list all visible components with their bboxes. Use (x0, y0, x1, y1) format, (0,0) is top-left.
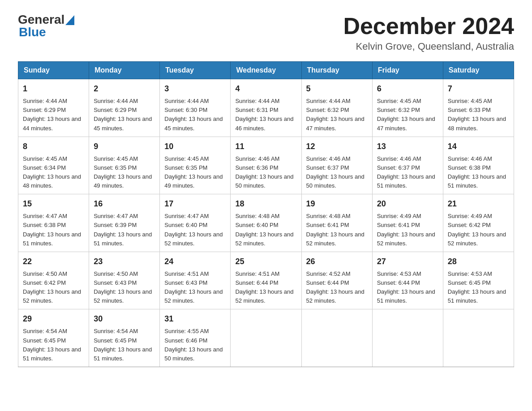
calendar-cell: 2Sunrise: 4:44 AMSunset: 6:29 PMDaylight… (89, 79, 160, 137)
day-number: 18 (235, 198, 296, 210)
day-number: 20 (377, 198, 438, 210)
calendar-cell: 27Sunrise: 4:53 AMSunset: 6:44 PMDayligh… (372, 252, 443, 309)
day-number: 9 (94, 141, 155, 153)
calendar-cell: 25Sunrise: 4:51 AMSunset: 6:44 PMDayligh… (231, 252, 301, 309)
calendar-cell: 24Sunrise: 4:51 AMSunset: 6:43 PMDayligh… (160, 252, 231, 309)
calendar-week-row: 22Sunrise: 4:50 AMSunset: 6:42 PMDayligh… (18, 252, 514, 309)
calendar-week-row: 29Sunrise: 4:54 AMSunset: 6:45 PMDayligh… (18, 309, 514, 367)
calendar-cell: 23Sunrise: 4:50 AMSunset: 6:43 PMDayligh… (89, 252, 160, 309)
day-number: 17 (164, 198, 226, 210)
day-info: Sunrise: 4:45 AMSunset: 6:32 PMDaylight:… (377, 98, 435, 131)
calendar-week-row: 8Sunrise: 4:45 AMSunset: 6:34 PMDaylight… (18, 137, 514, 194)
calendar-cell: 9Sunrise: 4:45 AMSunset: 6:35 PMDaylight… (89, 137, 160, 194)
day-number: 21 (448, 198, 509, 210)
calendar-cell (231, 309, 301, 367)
day-info: Sunrise: 4:46 AMSunset: 6:37 PMDaylight:… (306, 155, 365, 189)
calendar-cell (443, 309, 514, 367)
calendar-cell (372, 309, 443, 367)
day-info: Sunrise: 4:50 AMSunset: 6:42 PMDaylight:… (23, 270, 81, 304)
calendar-cell: 11Sunrise: 4:46 AMSunset: 6:36 PMDayligh… (231, 137, 301, 194)
day-number: 3 (164, 83, 226, 95)
day-number: 28 (448, 256, 509, 268)
col-header-friday: Friday (372, 62, 443, 79)
page-header: General Blue December 2024 Kelvin Grove,… (18, 13, 514, 52)
day-info: Sunrise: 4:48 AMSunset: 6:40 PMDaylight:… (235, 213, 293, 246)
logo-triangle-icon (65, 15, 74, 25)
calendar-cell: 22Sunrise: 4:50 AMSunset: 6:42 PMDayligh… (18, 252, 89, 309)
day-number: 14 (448, 141, 509, 153)
day-number: 2 (94, 83, 155, 95)
location-subtitle: Kelvin Grove, Queensland, Australia (343, 41, 514, 52)
day-number: 24 (164, 256, 226, 268)
month-title: December 2024 (343, 13, 514, 39)
calendar-table: SundayMondayTuesdayWednesdayThursdayFrid… (18, 61, 514, 367)
calendar-cell: 18Sunrise: 4:48 AMSunset: 6:40 PMDayligh… (231, 194, 301, 252)
day-info: Sunrise: 4:52 AMSunset: 6:44 PMDaylight:… (306, 270, 365, 304)
day-number: 5 (306, 83, 368, 95)
day-info: Sunrise: 4:55 AMSunset: 6:46 PMDaylight:… (164, 328, 223, 361)
day-number: 29 (23, 313, 84, 325)
day-number: 16 (94, 198, 155, 210)
col-header-tuesday: Tuesday (160, 62, 231, 79)
calendar-cell: 28Sunrise: 4:53 AMSunset: 6:45 PMDayligh… (443, 252, 514, 309)
logo: General Blue (18, 13, 74, 39)
calendar-cell: 15Sunrise: 4:47 AMSunset: 6:38 PMDayligh… (18, 194, 89, 252)
calendar-cell: 14Sunrise: 4:46 AMSunset: 6:38 PMDayligh… (443, 137, 514, 194)
day-info: Sunrise: 4:44 AMSunset: 6:29 PMDaylight:… (23, 98, 81, 131)
day-number: 11 (235, 141, 296, 153)
calendar-cell: 17Sunrise: 4:47 AMSunset: 6:40 PMDayligh… (160, 194, 231, 252)
col-header-saturday: Saturday (443, 62, 514, 79)
day-number: 31 (164, 313, 226, 325)
day-info: Sunrise: 4:49 AMSunset: 6:42 PMDaylight:… (448, 213, 506, 246)
calendar-cell: 31Sunrise: 4:55 AMSunset: 6:46 PMDayligh… (160, 309, 231, 367)
calendar-cell: 5Sunrise: 4:44 AMSunset: 6:32 PMDaylight… (301, 79, 372, 137)
day-info: Sunrise: 4:50 AMSunset: 6:43 PMDaylight:… (94, 270, 152, 304)
day-info: Sunrise: 4:46 AMSunset: 6:36 PMDaylight:… (235, 155, 293, 189)
day-number: 23 (94, 256, 155, 268)
day-number: 25 (235, 256, 296, 268)
day-info: Sunrise: 4:53 AMSunset: 6:44 PMDaylight:… (377, 270, 435, 304)
logo-blue-text: Blue (19, 26, 74, 39)
logo-general-text: General (18, 13, 64, 26)
calendar-cell: 10Sunrise: 4:45 AMSunset: 6:35 PMDayligh… (160, 137, 231, 194)
day-info: Sunrise: 4:48 AMSunset: 6:41 PMDaylight:… (306, 213, 365, 246)
calendar-cell: 30Sunrise: 4:54 AMSunset: 6:45 PMDayligh… (89, 309, 160, 367)
day-info: Sunrise: 4:54 AMSunset: 6:45 PMDaylight:… (94, 328, 152, 361)
calendar-cell: 1Sunrise: 4:44 AMSunset: 6:29 PMDaylight… (18, 79, 89, 137)
title-area: December 2024 Kelvin Grove, Queensland, … (343, 13, 514, 52)
day-info: Sunrise: 4:54 AMSunset: 6:45 PMDaylight:… (23, 328, 81, 361)
col-header-sunday: Sunday (18, 62, 89, 79)
calendar-cell: 26Sunrise: 4:52 AMSunset: 6:44 PMDayligh… (301, 252, 372, 309)
day-info: Sunrise: 4:44 AMSunset: 6:30 PMDaylight:… (164, 98, 223, 131)
col-header-monday: Monday (89, 62, 160, 79)
day-info: Sunrise: 4:44 AMSunset: 6:29 PMDaylight:… (94, 98, 152, 131)
calendar-cell: 3Sunrise: 4:44 AMSunset: 6:30 PMDaylight… (160, 79, 231, 137)
day-info: Sunrise: 4:45 AMSunset: 6:34 PMDaylight:… (23, 155, 81, 189)
day-info: Sunrise: 4:49 AMSunset: 6:41 PMDaylight:… (377, 213, 435, 246)
calendar-cell: 29Sunrise: 4:54 AMSunset: 6:45 PMDayligh… (18, 309, 89, 367)
calendar-cell: 21Sunrise: 4:49 AMSunset: 6:42 PMDayligh… (443, 194, 514, 252)
day-number: 19 (306, 198, 368, 210)
day-info: Sunrise: 4:46 AMSunset: 6:37 PMDaylight:… (377, 155, 435, 189)
day-number: 4 (235, 83, 296, 95)
calendar-cell: 8Sunrise: 4:45 AMSunset: 6:34 PMDaylight… (18, 137, 89, 194)
day-number: 7 (448, 83, 509, 95)
calendar-cell: 20Sunrise: 4:49 AMSunset: 6:41 PMDayligh… (372, 194, 443, 252)
col-header-thursday: Thursday (301, 62, 372, 79)
calendar-week-row: 1Sunrise: 4:44 AMSunset: 6:29 PMDaylight… (18, 79, 514, 137)
day-info: Sunrise: 4:44 AMSunset: 6:31 PMDaylight:… (235, 98, 293, 131)
day-number: 12 (306, 141, 368, 153)
day-info: Sunrise: 4:51 AMSunset: 6:43 PMDaylight:… (164, 270, 223, 304)
svg-marker-0 (65, 15, 74, 25)
day-number: 13 (377, 141, 438, 153)
day-info: Sunrise: 4:47 AMSunset: 6:38 PMDaylight:… (23, 213, 81, 246)
day-number: 8 (23, 141, 84, 153)
day-number: 26 (306, 256, 368, 268)
day-info: Sunrise: 4:47 AMSunset: 6:40 PMDaylight:… (164, 213, 223, 246)
calendar-cell: 19Sunrise: 4:48 AMSunset: 6:41 PMDayligh… (301, 194, 372, 252)
day-number: 15 (23, 198, 84, 210)
calendar-header-row: SundayMondayTuesdayWednesdayThursdayFrid… (18, 62, 514, 79)
day-info: Sunrise: 4:44 AMSunset: 6:32 PMDaylight:… (306, 98, 365, 131)
day-number: 1 (23, 83, 84, 95)
calendar-cell: 16Sunrise: 4:47 AMSunset: 6:39 PMDayligh… (89, 194, 160, 252)
